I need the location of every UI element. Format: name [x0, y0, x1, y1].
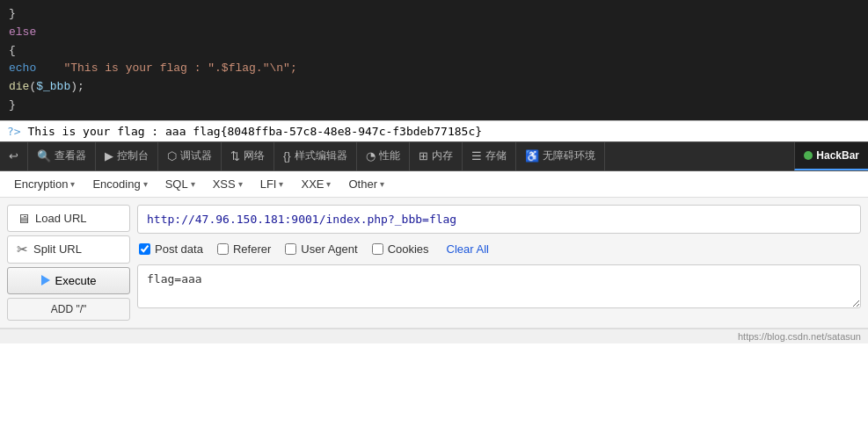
hackbar-menu-bar: Encryption ▾ Encoding ▾ SQL ▾ XSS ▾ LFI …	[0, 171, 868, 198]
back-icon: ↩	[9, 149, 18, 163]
devtools-tabbar: ↩ 🔍 查看器 ▶ 控制台 ⬡ 调试器 ⇅ 网络 {} 样式编辑器 ◔ 性能 ⊞…	[0, 141, 868, 171]
user-agent-checkbox[interactable]	[285, 243, 296, 255]
post-data-input[interactable]: flag=aaa	[137, 264, 861, 308]
clear-all-label: Clear All	[447, 242, 489, 256]
referer-checkbox-item[interactable]: Referer	[217, 242, 271, 256]
menu-xss[interactable]: XSS ▾	[206, 175, 250, 193]
tab-back[interactable]: ↩	[0, 142, 28, 170]
other-label: Other	[348, 177, 377, 191]
menu-other[interactable]: Other ▾	[341, 175, 391, 193]
xss-arrow-icon: ▾	[238, 179, 243, 189]
tab-memory-label: 内存	[432, 148, 453, 163]
post-data-area: flag=aaa	[137, 264, 861, 312]
tab-hackbar[interactable]: HackBar	[794, 142, 868, 170]
code-echo-string: "This is your flag : ".$flag."\n";	[63, 61, 296, 75]
referer-checkbox[interactable]	[217, 243, 229, 255]
execute-label: Execute	[55, 274, 97, 287]
code-line-1: }	[9, 7, 16, 20]
lfi-arrow-icon: ▾	[279, 179, 283, 189]
encoding-arrow-icon: ▾	[143, 179, 148, 189]
performance-icon: ◔	[366, 149, 376, 163]
tab-console-label: 控制台	[117, 148, 149, 163]
post-data-checkbox-item[interactable]: Post data	[139, 242, 203, 256]
tab-accessibility-label: 无障碍环境	[543, 148, 595, 163]
hackbar-main-content: 🖥 Load URL ✂ Split URL Execute ADD "/"	[0, 198, 868, 328]
split-url-label: Split URL	[33, 242, 82, 256]
output-text: This is your flag : aaa flag{8048ffba-57…	[27, 125, 482, 138]
execute-play-icon	[41, 275, 50, 286]
tab-storage-label: 存储	[485, 148, 507, 163]
other-arrow-icon: ▾	[380, 179, 384, 189]
add-slash-label: ADD "/"	[51, 303, 87, 315]
post-data-label: Post data	[155, 242, 203, 256]
sql-label: SQL	[165, 177, 188, 191]
post-data-checkbox[interactable]	[139, 243, 150, 255]
load-url-label: Load URL	[35, 212, 87, 225]
status-bar: https://blog.csdn.net/satasun	[0, 329, 868, 343]
tab-network-label: 网络	[244, 148, 265, 163]
inspector-icon: 🔍	[37, 149, 51, 163]
code-line-3: {	[9, 44, 16, 57]
tab-style-editor-label: 样式编辑器	[295, 148, 347, 163]
memory-icon: ⊞	[419, 149, 428, 163]
tab-inspector[interactable]: 🔍 查看器	[28, 142, 96, 170]
storage-icon: ☰	[471, 149, 482, 163]
split-url-icon: ✂	[17, 242, 28, 257]
sql-arrow-icon: ▾	[191, 179, 195, 189]
encoding-label: Encoding	[92, 177, 140, 191]
console-icon: ▶	[105, 149, 113, 163]
tab-style-editor[interactable]: {} 样式编辑器	[274, 142, 357, 170]
load-url-button[interactable]: 🖥 Load URL	[7, 205, 130, 232]
execute-button[interactable]: Execute	[7, 267, 130, 294]
tab-console[interactable]: ▶ 控制台	[96, 142, 158, 170]
code-display: } else { echo "This is your flag : ".$fl…	[0, 0, 868, 120]
tab-performance-label: 性能	[379, 148, 400, 163]
clear-all-button[interactable]: Clear All	[447, 242, 489, 256]
load-url-icon: 🖥	[17, 211, 30, 226]
hackbar-panel: Encryption ▾ Encoding ▾ SQL ▾ XSS ▾ LFI …	[0, 171, 868, 329]
tab-debugger[interactable]: ⬡ 调试器	[158, 142, 222, 170]
menu-sql[interactable]: SQL ▾	[158, 175, 202, 193]
cookies-checkbox[interactable]	[372, 243, 383, 255]
tab-performance[interactable]: ◔ 性能	[357, 142, 410, 170]
url-input[interactable]	[137, 205, 861, 234]
split-url-button[interactable]: ✂ Split URL	[7, 235, 130, 264]
style-icon: {}	[283, 149, 291, 163]
debugger-icon: ⬡	[167, 149, 177, 163]
tab-debugger-label: 调试器	[180, 148, 212, 163]
lfi-label: LFI	[260, 177, 277, 191]
tab-network[interactable]: ⇅ 网络	[222, 142, 274, 170]
menu-encoding[interactable]: Encoding ▾	[85, 175, 154, 193]
cookies-checkbox-item[interactable]: Cookies	[372, 242, 429, 256]
menu-lfi[interactable]: LFI ▾	[253, 175, 291, 193]
php-output: ?> This is your flag : aaa flag{8048ffba…	[0, 120, 868, 141]
encryption-arrow-icon: ▾	[70, 179, 75, 189]
code-line-2: else	[9, 25, 36, 39]
hackbar-dot-icon	[804, 151, 813, 160]
tab-storage[interactable]: ☰ 存储	[463, 142, 516, 170]
php-close-tag: ?>	[7, 125, 21, 138]
status-url: https://blog.csdn.net/satasun	[738, 331, 861, 342]
hackbar-left-buttons: 🖥 Load URL ✂ Split URL Execute ADD "/"	[7, 205, 130, 321]
user-agent-checkbox-item[interactable]: User Agent	[285, 242, 357, 256]
add-slash-button[interactable]: ADD "/"	[7, 298, 130, 321]
checkboxes-row: Post data Referer User Agent Cookies Cle…	[137, 239, 861, 259]
code-die-func: die	[9, 80, 29, 93]
cookies-label: Cookies	[388, 242, 429, 256]
tab-hackbar-label: HackBar	[816, 149, 859, 162]
tab-memory[interactable]: ⊞ 内存	[410, 142, 463, 170]
encryption-label: Encryption	[14, 177, 68, 191]
xxe-label: XXE	[301, 177, 324, 191]
user-agent-label: User Agent	[301, 242, 357, 256]
url-area: Post data Referer User Agent Cookies Cle…	[137, 205, 861, 312]
code-echo-keyword: echo	[9, 61, 36, 75]
network-icon: ⇅	[230, 149, 240, 163]
tab-accessibility[interactable]: ♿ 无障碍环境	[516, 142, 605, 170]
menu-encryption[interactable]: Encryption ▾	[7, 175, 82, 193]
xxe-arrow-icon: ▾	[326, 179, 331, 189]
accessibility-icon: ♿	[525, 149, 539, 163]
referer-label: Referer	[233, 242, 271, 256]
menu-xxe[interactable]: XXE ▾	[294, 175, 338, 193]
xss-label: XSS	[213, 177, 236, 191]
code-line-6: }	[9, 98, 16, 112]
